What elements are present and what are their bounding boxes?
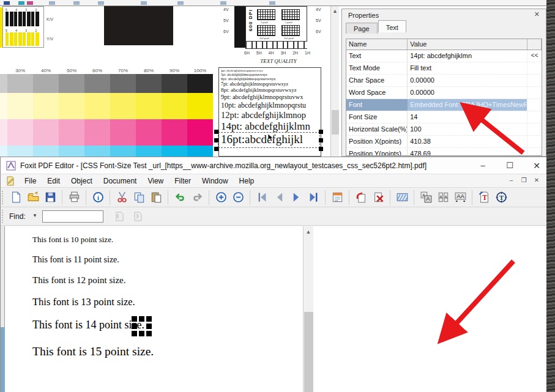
- scrollbar-thumb[interactable]: [332, 110, 339, 135]
- menu-document[interactable]: Document: [98, 174, 143, 188]
- mini-icon[interactable]: [141, 1, 147, 5]
- prev-page-icon[interactable]: [270, 190, 288, 205]
- font-sample-line: 12pt: abcdefghijklmnop: [221, 110, 321, 120]
- mini-icon[interactable]: [18, 1, 24, 5]
- last-page-icon[interactable]: [305, 190, 322, 205]
- find-input[interactable]: [42, 210, 103, 223]
- first-page-icon[interactable]: [253, 190, 270, 205]
- document-line[interactable]: This font is 12 point size.: [32, 275, 126, 286]
- menu-file[interactable]: File: [19, 174, 42, 188]
- scrollbar-thumb[interactable]: [304, 312, 313, 392]
- document-line[interactable]: This font is 15 point size.: [32, 345, 154, 358]
- document-line[interactable]: This font is 10 point size.: [32, 235, 113, 245]
- property-row[interactable]: Position Y(points)478.69: [346, 148, 542, 156]
- property-expander[interactable]: <<: [527, 50, 542, 62]
- text-circle-icon[interactable]: T: [493, 190, 510, 205]
- document-line[interactable]: This font is 14 point size.: [32, 319, 144, 331]
- toolbar-drag-handle[interactable]: [2, 210, 6, 223]
- selection-handle[interactable]: [319, 130, 323, 134]
- selection-handle[interactable]: [319, 138, 323, 142]
- selection-handle[interactable]: [214, 147, 218, 151]
- mini-icon[interactable]: [49, 1, 55, 5]
- property-row[interactable]: Text ModeFill text: [346, 62, 542, 75]
- open-icon[interactable]: [24, 190, 42, 205]
- print-icon[interactable]: [65, 190, 83, 205]
- minimize-button[interactable]: –: [472, 157, 493, 174]
- property-row[interactable]: Horizontal Scale(%)100: [346, 124, 542, 136]
- property-value[interactable]: 14: [408, 111, 527, 123]
- mdi-close-button[interactable]: ✕: [532, 177, 542, 183]
- undo-icon[interactable]: [171, 190, 188, 205]
- mini-icon[interactable]: [98, 1, 104, 5]
- property-row[interactable]: Word Space0.00000: [346, 87, 542, 99]
- menu-help[interactable]: Help: [234, 174, 260, 188]
- save-icon[interactable]: [42, 190, 59, 205]
- text-spacing-icon[interactable]: AA: [452, 190, 469, 205]
- property-value[interactable]: Fill text: [408, 62, 527, 74]
- paste-icon[interactable]: [147, 190, 165, 205]
- zoom-out-icon[interactable]: [229, 190, 247, 205]
- property-value[interactable]: 0.00000: [408, 87, 527, 98]
- text-overlap-icon[interactable]: AA: [417, 190, 434, 205]
- menu-window[interactable]: Window: [196, 174, 234, 188]
- property-value[interactable]: 14pt: abcdefghijklmn: [408, 50, 527, 62]
- property-row[interactable]: Font Size14: [346, 111, 542, 124]
- add-text-page-icon[interactable]: T: [475, 190, 493, 205]
- find-next-button[interactable]: [129, 209, 145, 224]
- menu-object[interactable]: Object: [65, 174, 98, 188]
- cut-icon[interactable]: [113, 190, 130, 205]
- property-value[interactable]: 410.38: [408, 136, 527, 147]
- mini-icon[interactable]: [177, 1, 184, 5]
- delete-page-icon[interactable]: [370, 190, 387, 205]
- property-row[interactable]: Text14pt: abcdefghijklmn<<: [346, 50, 542, 62]
- tab-page[interactable]: Page: [346, 23, 378, 34]
- mini-icon[interactable]: [269, 1, 275, 5]
- selection-handle[interactable]: [214, 138, 218, 142]
- close-icon[interactable]: ✕: [534, 10, 540, 18]
- document-line[interactable]: This font is 11 point size.: [32, 255, 119, 265]
- document-area[interactable]: This font is 10 point size.This font is …: [1, 226, 548, 392]
- selection-handle[interactable]: [319, 147, 323, 151]
- copy-icon[interactable]: [130, 190, 147, 205]
- menu-view[interactable]: View: [142, 174, 169, 188]
- column-header-value[interactable]: Value: [408, 39, 527, 50]
- selection-handle[interactable]: [214, 130, 218, 134]
- mini-icon[interactable]: [220, 1, 226, 5]
- mini-icon[interactable]: [4, 1, 10, 5]
- mini-icon[interactable]: [27, 1, 33, 5]
- menu-edit[interactable]: Edit: [42, 174, 65, 188]
- pattern-icon[interactable]: [393, 190, 411, 205]
- background-scrollbar[interactable]: ▲: [330, 6, 339, 157]
- property-value[interactable]: 0.00000: [408, 75, 527, 86]
- next-page-icon[interactable]: [288, 190, 305, 205]
- property-row[interactable]: FontEmbedded Font: FBAJHO+TimesNewRoman: [346, 99, 542, 111]
- find-dropdown-caret-icon[interactable]: ▼: [32, 213, 37, 218]
- close-button[interactable]: ✕: [526, 157, 547, 174]
- property-row[interactable]: Position X(points)410.38: [346, 136, 542, 148]
- property-value[interactable]: 478.69: [408, 148, 527, 156]
- find-previous-button[interactable]: [111, 209, 127, 224]
- tab-text[interactable]: Text: [378, 20, 406, 32]
- title-bar[interactable]: Foxit PDF Editor - [CSS Font-Size Test _…: [1, 157, 547, 174]
- property-value[interactable]: 100: [408, 124, 527, 135]
- maximize-button[interactable]: ☐: [499, 157, 520, 174]
- mdi-restore-button[interactable]: ❐: [520, 177, 529, 183]
- info-icon[interactable]: i: [89, 190, 106, 205]
- redo-icon[interactable]: [188, 190, 206, 205]
- toolbar-drag-handle[interactable]: [2, 191, 6, 204]
- property-value[interactable]: Embedded Font: FBAJHO+TimesNewRoman: [408, 99, 527, 111]
- document-line[interactable]: This font is 13 point size.: [32, 296, 135, 308]
- scroll-up-icon[interactable]: ▲: [304, 229, 313, 235]
- property-row[interactable]: Char Space0.00000: [346, 75, 542, 87]
- mdi-minimize-button[interactable]: –: [507, 177, 516, 183]
- zoom-in-icon[interactable]: [212, 190, 229, 205]
- mini-icon[interactable]: [73, 1, 80, 5]
- text-pair-icon[interactable]: AA: [434, 190, 452, 205]
- new-icon[interactable]: [7, 190, 24, 205]
- page-form-icon[interactable]: [329, 190, 346, 205]
- document-scrollbar[interactable]: ▲: [303, 226, 313, 392]
- import-page-icon[interactable]: [352, 190, 370, 205]
- menu-filter[interactable]: Filter: [169, 174, 196, 188]
- scroll-up-icon[interactable]: ▲: [331, 8, 339, 14]
- column-header-name[interactable]: Name: [346, 39, 408, 50]
